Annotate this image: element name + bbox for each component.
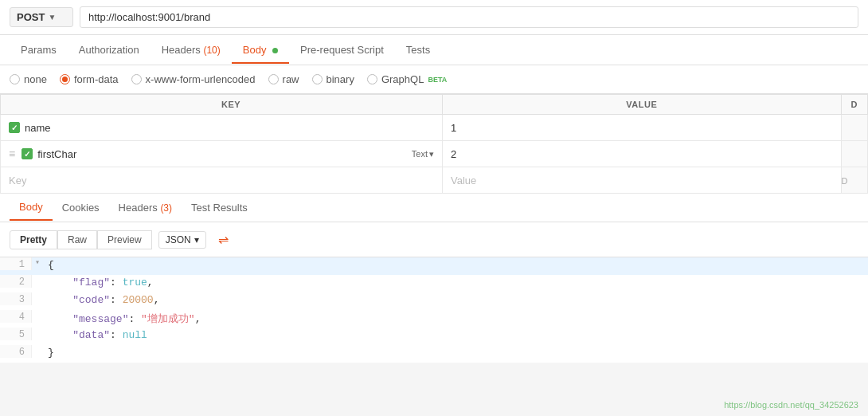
request-tabs: Params Authorization Headers (10) Body P… (0, 35, 868, 65)
chevron-down-icon: ▾ (194, 234, 199, 245)
drag-handle-icon: ≡ (9, 147, 15, 160)
value-cell-3 (443, 167, 842, 194)
response-tab-test-results[interactable]: Test Results (182, 195, 257, 220)
key-input-2[interactable] (37, 148, 407, 160)
line-number-5: 5 (0, 328, 32, 340)
radio-raw[interactable]: raw (268, 73, 299, 85)
line-number-1: 1 (0, 257, 32, 270)
tab-prerequest[interactable]: Pre-request Script (289, 36, 395, 64)
table-row: ≡ Text ▾ (1, 141, 868, 167)
value-cell-2 (443, 141, 842, 167)
table-row (1, 115, 868, 141)
code-line-5: 5 "data": null (0, 328, 868, 345)
checkbox-2[interactable] (22, 148, 33, 159)
desc-label: D (842, 176, 848, 186)
response-tab-body[interactable]: Body (10, 194, 53, 221)
key-cell-1 (1, 115, 443, 141)
code-area: 1 ▾ { 2 "flag": true, 3 "code": 20000, 4… (0, 257, 868, 363)
raw-button[interactable]: Raw (57, 230, 97, 249)
radio-none-circle (10, 74, 20, 84)
code-line-3: 3 "code": 20000, (0, 292, 868, 310)
format-select[interactable]: JSON ▾ (158, 231, 206, 249)
form-table: KEY VALUE D (0, 94, 868, 194)
body-type-row: none form-data x-www-form-urlencoded raw… (0, 65, 868, 94)
tab-tests[interactable]: Tests (395, 36, 441, 64)
wrap-button[interactable]: ⇌ (213, 229, 234, 250)
line-content-4: "message": "增加成功", (41, 310, 201, 326)
response-view-row: Pretty Raw Preview JSON ▾ ⇌ (0, 222, 868, 257)
radio-form-data[interactable]: form-data (60, 73, 119, 85)
body-active-dot (272, 48, 278, 53)
url-bar: POST ▼ (0, 0, 868, 35)
preview-button[interactable]: Preview (97, 230, 152, 249)
code-line-6: 6 } (0, 345, 868, 363)
key-cell-3 (1, 167, 443, 194)
line-arrow-1[interactable]: ▾ (32, 257, 41, 267)
value-input-2[interactable] (451, 148, 833, 160)
desc-cell-3: D (841, 167, 867, 194)
radio-graphql-circle (367, 74, 377, 84)
radio-raw-circle (268, 74, 279, 84)
line-number-4: 4 (0, 310, 32, 323)
value-cell-1 (443, 115, 842, 141)
key-input-3[interactable] (9, 175, 434, 186)
watermark: https://blog.csdn.net/qq_34252623 (724, 400, 858, 410)
code-line-2: 2 "flag": true, (0, 275, 868, 292)
tab-headers[interactable]: Headers (10) (151, 36, 232, 64)
response-tab-cookies[interactable]: Cookies (53, 195, 109, 220)
code-line-1: 1 ▾ { (0, 257, 868, 275)
response-tab-headers[interactable]: Headers (3) (109, 195, 182, 220)
line-number-2: 2 (0, 275, 32, 288)
radio-urlencoded[interactable]: x-www-form-urlencoded (131, 73, 256, 85)
response-tabs: Body Cookies Headers (3) Test Results (0, 194, 868, 222)
desc-cell-2 (841, 141, 867, 167)
beta-badge: BETA (428, 76, 447, 84)
radio-binary-circle (312, 74, 323, 84)
radio-form-data-circle (60, 74, 70, 84)
checkbox-1[interactable] (9, 122, 20, 133)
chevron-down-icon: ▼ (48, 13, 56, 22)
radio-none[interactable]: none (10, 73, 47, 85)
main-container: POST ▼ Params Authorization Headers (10)… (0, 0, 868, 416)
tab-authorization[interactable]: Authorization (68, 36, 151, 64)
line-content-5: "data": null (41, 328, 147, 341)
pretty-button[interactable]: Pretty (10, 230, 57, 249)
type-select-button[interactable]: Text ▾ (412, 149, 434, 159)
value-input-3[interactable] (451, 175, 833, 186)
url-input[interactable] (80, 6, 858, 28)
line-number-6: 6 (0, 345, 32, 358)
radio-binary[interactable]: binary (312, 73, 354, 85)
line-content-3: "code": 20000, (41, 292, 159, 306)
line-content-1: { (41, 257, 54, 271)
value-input-1[interactable] (451, 122, 833, 134)
key-column-header: KEY (1, 95, 443, 115)
value-column-header: VALUE (443, 95, 842, 115)
line-number-3: 3 (0, 292, 32, 305)
method-select[interactable]: POST ▼ (10, 7, 73, 27)
line-content-6: } (41, 345, 54, 359)
desc-cell-1 (841, 115, 867, 141)
key-input-1[interactable] (25, 122, 434, 134)
line-content-2: "flag": true, (41, 275, 154, 288)
table-row: D (1, 167, 868, 194)
radio-graphql[interactable]: GraphQL BETA (367, 73, 447, 85)
desc-column-header: D (841, 95, 867, 115)
radio-urlencoded-circle (131, 74, 142, 84)
method-label: POST (17, 11, 45, 23)
tab-body[interactable]: Body (232, 36, 289, 64)
tab-params[interactable]: Params (10, 36, 68, 64)
code-line-4: 4 "message": "增加成功", (0, 310, 868, 328)
key-cell-2: ≡ Text ▾ (1, 141, 443, 167)
